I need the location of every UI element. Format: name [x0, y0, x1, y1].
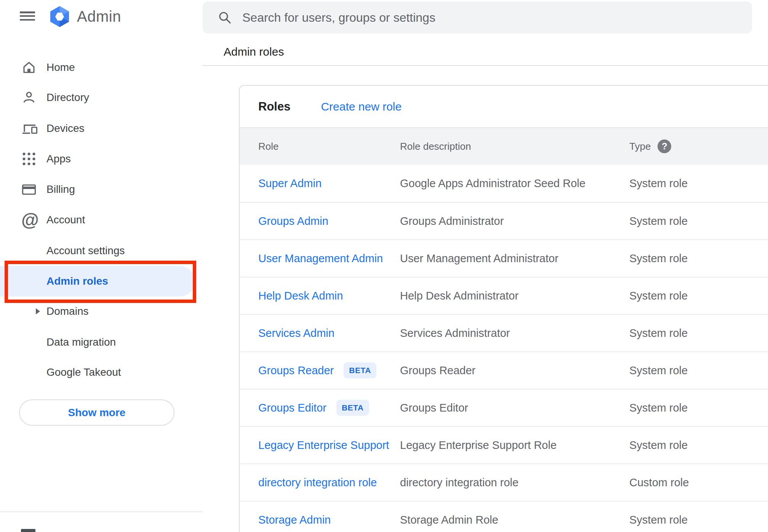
table-row: Groups Editor BETA Groups Editor System …	[240, 389, 768, 426]
role-link[interactable]: Super Admin	[258, 177, 322, 190]
role-description: Storage Admin Role	[400, 514, 629, 526]
role-type: System role	[629, 327, 768, 340]
table-row: User Management Admin User Management Ad…	[240, 239, 768, 277]
role-description: Services Administrator	[400, 327, 629, 340]
search-icon	[217, 10, 232, 25]
role-description: Groups Administrator	[400, 215, 629, 228]
expand-arrow-icon	[35, 308, 40, 315]
role-type: System role	[629, 402, 768, 414]
role-description: Groups Reader	[400, 364, 629, 377]
table-row: Groups Reader BETA Groups Reader System …	[240, 351, 768, 389]
table-header-row: Role Role description Type ?	[240, 127, 768, 165]
header-divider	[202, 65, 768, 66]
role-description: Help Desk Administrator	[400, 290, 629, 302]
roles-card: Roles Create new role Role Role descript…	[239, 85, 768, 532]
sidebar-item-account-settings[interactable]: Account settings	[0, 236, 202, 266]
column-header-description: Role description	[400, 141, 629, 152]
sidebar-item-account[interactable]: @ Account	[0, 205, 202, 235]
sidebar-item-label: Account	[46, 205, 85, 235]
role-link[interactable]: Storage Admin	[258, 514, 331, 526]
sidebar-item-data-migration[interactable]: Data migration	[0, 327, 202, 357]
create-new-role-link[interactable]: Create new role	[321, 100, 402, 113]
table-row: Help Desk Admin Help Desk Administrator …	[240, 277, 768, 314]
table-row: Legacy Enterprise Support Legacy Enterpr…	[240, 426, 768, 463]
breadcrumb: Admin roles	[224, 45, 284, 58]
help-icon[interactable]: ?	[658, 139, 671, 153]
table-row: Super Admin Google Apps Administrator Se…	[240, 165, 768, 202]
role-link[interactable]: Groups Admin	[258, 215, 328, 228]
role-description: Legacy Enterprise Support Role	[400, 439, 629, 452]
role-type: System role	[629, 364, 768, 377]
beta-badge: BETA	[344, 362, 376, 378]
role-type: System role	[629, 215, 768, 228]
table-row: Services Admin Services Administrator Sy…	[240, 314, 768, 351]
sidebar-item-label: Google Takeout	[46, 357, 121, 388]
role-type: System role	[629, 514, 768, 526]
table-row: Groups Admin Groups Administrator System…	[240, 202, 768, 239]
clipped-bottom-icon	[21, 529, 35, 532]
show-more-button[interactable]: Show more	[19, 399, 174, 426]
column-header-type: Type	[629, 141, 651, 152]
role-description: directory integration role	[400, 476, 629, 489]
sidebar-item-label: Data migration	[46, 327, 116, 357]
role-link[interactable]: Help Desk Admin	[258, 290, 343, 302]
search-bar[interactable]	[203, 2, 752, 34]
roles-table-body: Super Admin Google Apps Administrator Se…	[240, 165, 768, 532]
column-header-role: Role	[240, 141, 400, 152]
role-type: Custom role	[629, 476, 768, 489]
sidebar-bottom-divider	[0, 511, 202, 512]
role-description: User Management Administrator	[400, 252, 629, 265]
role-link[interactable]: User Management Admin	[258, 252, 383, 265]
at-sign-icon: @	[21, 211, 39, 229]
table-row: Storage Admin Storage Admin Role System …	[240, 501, 768, 532]
role-link[interactable]: Groups Reader	[258, 364, 334, 377]
main-content: Admin roles Roles Create new role Role R…	[202, 0, 768, 532]
sidebar-item-label: Account settings	[46, 236, 125, 266]
roles-card-header: Roles Create new role	[240, 86, 768, 127]
sidebar-item-admin-roles[interactable]: Admin roles	[0, 266, 202, 296]
role-description: Groups Editor	[400, 402, 629, 414]
role-description: Google Apps Administrator Seed Role	[400, 177, 629, 190]
role-link[interactable]: Groups Editor	[258, 402, 326, 414]
role-link[interactable]: directory integration role	[258, 476, 377, 489]
sidebar: Admin Home Directory Devices Apps Billin…	[0, 0, 202, 532]
sidebar-item-label: Admin roles	[46, 266, 108, 296]
sidebar-item-google-takeout[interactable]: Google Takeout	[0, 357, 202, 388]
table-row: directory integration role directory int…	[240, 463, 768, 501]
sidebar-nav: Home Directory Devices Apps Billing @ Ac…	[0, 0, 202, 532]
role-type: System role	[629, 290, 768, 302]
role-link[interactable]: Services Admin	[258, 327, 334, 340]
role-type: System role	[629, 177, 768, 190]
role-link[interactable]: Legacy Enterprise Support	[258, 439, 389, 452]
search-input[interactable]	[242, 10, 731, 25]
sidebar-item-domains[interactable]: Domains	[0, 296, 202, 327]
role-type: System role	[629, 252, 768, 265]
beta-badge: BETA	[336, 400, 369, 416]
role-type: System role	[629, 439, 768, 452]
sidebar-item-label: Domains	[46, 296, 88, 327]
card-title: Roles	[258, 100, 290, 114]
